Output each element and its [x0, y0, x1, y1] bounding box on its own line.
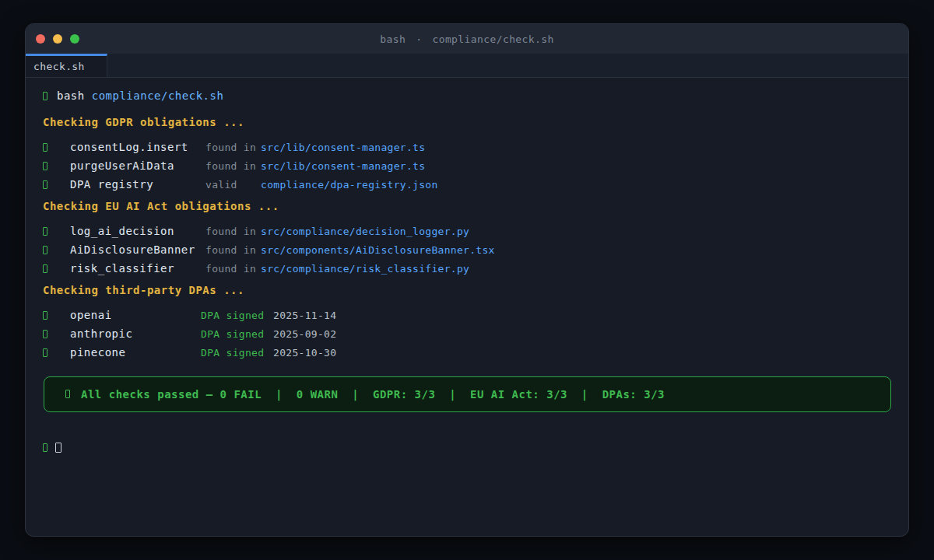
check-path: compliance/dpa-registry.json [261, 179, 438, 191]
check-path: src/compliance/risk_classifier.py [261, 263, 469, 275]
check-name: purgeUserAiData [70, 159, 205, 172]
dpa-status: DPA signed [201, 328, 273, 340]
prompt-glyph-icon [43, 92, 57, 100]
window-titlebar[interactable]: bash · compliance/check.sh [26, 24, 908, 54]
check-status: found in [205, 244, 261, 256]
check-glyph-icon [43, 264, 70, 273]
section-header-eu-ai-act: Checking EU AI Act obligations ... [43, 199, 892, 213]
check-path: src/lib/consent-manager.ts [261, 160, 425, 172]
check-path: src/compliance/decision_logger.py [261, 226, 469, 237]
prompt-glyph-icon [43, 443, 55, 452]
check-glyph-icon [43, 348, 70, 357]
vendor-name: openai [70, 309, 201, 321]
tab-label: check.sh [33, 61, 85, 72]
check-status: found in [205, 226, 261, 237]
command-line: bash compliance/check.sh [43, 89, 892, 103]
summary-banner: All checks passed — 0 FAIL | 0 WARN | GD… [44, 376, 891, 412]
check-row: purgeUserAiData found in src/lib/consent… [43, 159, 892, 173]
check-path: src/lib/consent-manager.ts [261, 142, 425, 153]
dpa-status: DPA signed [201, 310, 273, 321]
check-status: found in [205, 263, 261, 275]
zoom-button[interactable] [70, 34, 79, 44]
terminal-body[interactable]: bash compliance/check.sh Checking GDPR o… [26, 78, 908, 537]
close-button[interactable] [36, 34, 45, 44]
check-row: log_ai_decision found in src/compliance/… [43, 224, 892, 238]
dpa-row: anthropic DPA signed 2025-09-02 [43, 327, 892, 341]
check-glyph-icon [43, 330, 70, 338]
vendor-name: anthropic [70, 327, 201, 340]
check-glyph-icon [43, 311, 70, 320]
dpa-status: DPA signed [201, 347, 273, 359]
dpa-row: openai DPA signed 2025-11-14 [43, 308, 892, 322]
summary-text: All checks passed — 0 FAIL | 0 WARN | GD… [81, 388, 665, 401]
check-name: log_ai_decision [70, 225, 205, 237]
dpa-date: 2025-10-30 [273, 347, 336, 359]
prompt-line[interactable] [43, 440, 892, 454]
section-header-gdpr: Checking GDPR obligations ... [43, 115, 892, 129]
command-argument: compliance/check.sh [92, 89, 224, 102]
check-name: risk_classifier [70, 262, 205, 275]
window-title-separator: · [416, 33, 422, 45]
check-glyph-icon [43, 227, 70, 236]
check-glyph-icon [43, 143, 70, 152]
check-row: risk_classifier found in src/compliance/… [43, 261, 892, 275]
command-program: bash [57, 89, 85, 102]
tab-bar: check.sh [26, 54, 908, 78]
vendor-name: pinecone [70, 346, 201, 359]
check-row: DPA registry valid compliance/dpa-regist… [43, 177, 892, 191]
check-glyph-icon [43, 180, 70, 189]
section-header-third-party-dpas: Checking third-party DPAs ... [43, 283, 892, 297]
terminal-cursor [55, 443, 61, 453]
check-name: consentLog.insert [70, 141, 205, 153]
dpa-date: 2025-09-02 [273, 328, 336, 340]
check-status: found in [205, 160, 261, 172]
window-title-program: bash [380, 33, 406, 45]
check-path: src/components/AiDisclosureBanner.tsx [261, 244, 495, 256]
check-name: DPA registry [70, 178, 205, 191]
dpa-row: pinecone DPA signed 2025-10-30 [43, 345, 892, 359]
check-row: AiDisclosureBanner found in src/componen… [43, 243, 892, 257]
terminal-window: bash · compliance/check.sh check.sh bash… [25, 23, 909, 537]
traffic-lights [26, 34, 79, 44]
check-glyph-icon [43, 162, 70, 170]
check-glyph-icon [43, 246, 70, 254]
window-title: bash · compliance/check.sh [26, 24, 908, 54]
check-glyph-icon [65, 388, 70, 401]
window-title-file: compliance/check.sh [432, 33, 553, 45]
check-status: found in [205, 142, 261, 153]
check-row: consentLog.insert found in src/lib/conse… [43, 140, 892, 154]
check-name: AiDisclosureBanner [70, 243, 205, 256]
check-status: valid [205, 179, 261, 191]
tab-check-sh[interactable]: check.sh [26, 54, 107, 77]
dpa-date: 2025-11-14 [273, 310, 336, 321]
minimize-button[interactable] [53, 34, 62, 44]
